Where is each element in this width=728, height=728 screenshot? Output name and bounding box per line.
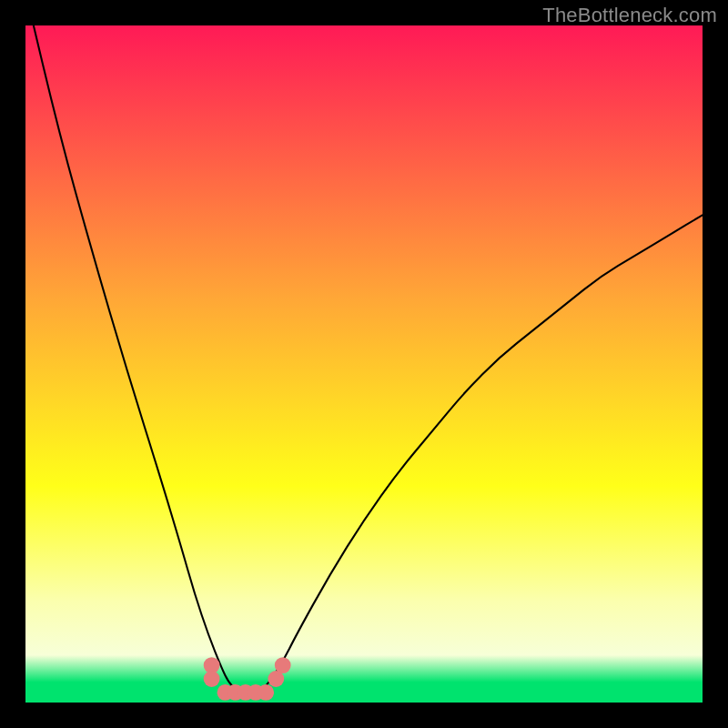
curve-layer: [25, 25, 703, 703]
marker-dot: [258, 684, 274, 701]
marker-cluster: [204, 657, 291, 701]
plot-area: [25, 25, 703, 703]
watermark-text: TheBottleneck.com: [542, 4, 717, 27]
bottleneck-curve: [25, 25, 703, 693]
chart-frame: TheBottleneck.com: [0, 0, 728, 728]
marker-dot: [204, 671, 220, 687]
marker-dot: [275, 657, 291, 673]
